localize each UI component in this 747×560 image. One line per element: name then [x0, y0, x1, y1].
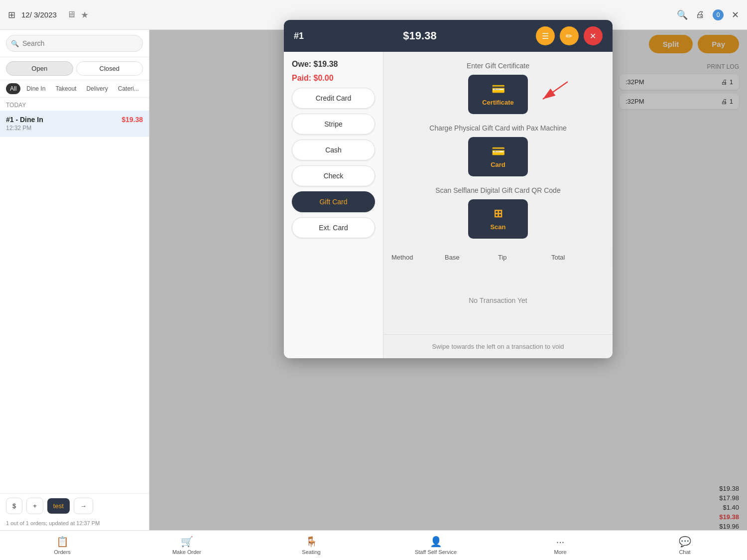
type-tabs: All Dine In Takeout Delivery Cateri...: [0, 80, 149, 98]
card-icon: 💳: [492, 145, 505, 158]
star-icon[interactable]: ★: [81, 9, 89, 20]
order-item[interactable]: #1 - Dine In $19.38 12:32 PM: [0, 111, 149, 137]
scan-btn[interactable]: ⊞ Scan: [468, 199, 528, 239]
sidebar-bottom: $ + test → 1 out of 1 orders; updated at…: [0, 493, 149, 530]
certificate-label: Enter Gift Certificate: [467, 62, 529, 70]
more-label: More: [554, 549, 566, 555]
card-btn-label: Card: [491, 161, 505, 168]
card-section: Charge Physical Gift Card with Pax Machi…: [393, 124, 603, 176]
table-header: Method Base Tip Total: [383, 249, 613, 267]
today-label: Today: [0, 98, 149, 111]
card-label: Charge Physical Gift Card with Pax Machi…: [429, 124, 566, 132]
bottom-nav: 📋 Orders 🛒 Make Order 🪑 Seating 👤 Staff …: [0, 530, 747, 560]
arrow-btn[interactable]: →: [74, 498, 93, 514]
method-stripe[interactable]: Stripe: [292, 114, 375, 135]
payment-content-area: Enter Gift Certificate 💳 Certificate: [383, 52, 613, 358]
monitor-icon[interactable]: 🖥: [67, 9, 76, 20]
certificate-btn-label: Certificate: [482, 99, 514, 106]
svg-line-1: [543, 82, 568, 99]
method-credit-card[interactable]: Credit Card: [292, 88, 375, 109]
modal-header: #1 $19.38 ☰ ✏ ✕: [284, 20, 613, 52]
order-item-name: #1 - Dine In: [6, 116, 43, 124]
sidebar-info: 1 out of 1 orders; updated at 12:37 PM: [0, 518, 149, 530]
nav-orders[interactable]: 📋 Orders: [0, 536, 124, 555]
chat-label: Chat: [679, 549, 690, 555]
orders-label: Orders: [54, 549, 71, 555]
nav-seating[interactable]: 🪑 Seating: [249, 536, 374, 555]
order-item-time: 12:32 PM: [6, 125, 143, 132]
certificate-btn[interactable]: 💳 Certificate: [468, 75, 528, 114]
gift-sections: Enter Gift Certificate 💳 Certificate: [383, 52, 613, 249]
owe-label: Owe: $19.38: [292, 60, 375, 69]
type-tab-all[interactable]: All: [6, 83, 20, 94]
printer-icon[interactable]: 🖨: [696, 9, 705, 20]
top-bar-left: ⊞ 12/ 3/2023 🖥 ★: [8, 9, 89, 20]
paid-label: Paid: $0.00: [292, 74, 375, 83]
cart-count: 0: [713, 9, 724, 20]
scan-btn-label: Scan: [490, 223, 505, 231]
close-icon[interactable]: ✕: [732, 9, 739, 20]
make-order-label: Make Order: [172, 549, 201, 555]
sidebar-bottom-row: $ + test →: [0, 494, 149, 518]
search-icon-inner: 🔍: [11, 40, 19, 47]
transaction-table: Method Base Tip Total No Transaction Yet…: [383, 249, 613, 358]
order-item-top: #1 - Dine In $19.38: [6, 116, 143, 124]
filter-tab-open[interactable]: Open: [6, 61, 73, 76]
search-icon[interactable]: 🔍: [677, 9, 688, 20]
modal-header-icons: ☰ ✏ ✕: [536, 26, 603, 45]
type-tab-dinein[interactable]: Dine In: [22, 83, 49, 94]
modal-edit-btn[interactable]: ✏: [560, 26, 579, 45]
test-btn[interactable]: test: [47, 498, 70, 514]
sidebar: 🔍 Open Closed All Dine In Takeout Delive…: [0, 30, 149, 530]
top-bar-date: 12/ 3/2023: [21, 10, 57, 19]
payment-methods-panel: Owe: $19.38 Paid: $0.00 Credit Card Stri…: [284, 52, 383, 358]
no-transaction-text: No Transaction Yet: [383, 267, 613, 334]
method-cash[interactable]: Cash: [292, 140, 375, 160]
cart-badge[interactable]: 0: [713, 9, 724, 20]
chat-icon: 💬: [679, 536, 691, 548]
modal-order-id: #1: [294, 31, 304, 41]
make-order-icon: 🛒: [181, 536, 193, 548]
top-bar-right: 🔍 🖨 0 ✕: [677, 9, 739, 20]
col-base: Base: [445, 254, 498, 261]
col-method: Method: [391, 254, 445, 261]
scan-icon: ⊞: [494, 207, 502, 220]
modal-body: Owe: $19.38 Paid: $0.00 Credit Card Stri…: [284, 52, 613, 358]
type-tab-takeout[interactable]: Takeout: [51, 83, 80, 94]
search-bar-container: 🔍: [0, 30, 149, 57]
filter-tabs: Open Closed: [0, 57, 149, 80]
method-check[interactable]: Check: [292, 165, 375, 186]
more-icon: ···: [556, 536, 565, 548]
arrow-annotation: [533, 77, 573, 107]
seating-label: Seating: [302, 549, 320, 555]
filter-tab-closed[interactable]: Closed: [76, 61, 143, 76]
top-bar-extra-icons: 🖥 ★: [67, 9, 89, 20]
modal-close-btn[interactable]: ✕: [584, 26, 603, 45]
nav-make-order[interactable]: 🛒 Make Order: [124, 536, 249, 555]
scan-section: Scan Selflane Digital Gift Card QR Code …: [393, 186, 603, 239]
col-total: Total: [551, 254, 605, 261]
menu-icon[interactable]: ⊞: [8, 9, 15, 20]
certificate-icon: 💳: [492, 83, 505, 96]
nav-more[interactable]: ··· More: [498, 536, 622, 555]
nav-staff-self-service[interactable]: 👤 Staff Self Service: [374, 536, 498, 555]
seating-icon: 🪑: [305, 536, 318, 548]
swipe-hint: Swipe towards the left on a transaction …: [383, 334, 613, 358]
search-input[interactable]: [6, 35, 143, 52]
method-gift-card[interactable]: Gift Card: [292, 191, 375, 212]
type-tab-delivery[interactable]: Delivery: [82, 83, 112, 94]
type-tab-catering[interactable]: Cateri...: [114, 83, 143, 94]
orders-icon: 📋: [56, 536, 69, 548]
card-btn[interactable]: 💳 Card: [468, 137, 528, 176]
payment-modal: #1 $19.38 ☰ ✏ ✕ Owe: $19.38 Paid: $0.00 …: [284, 20, 613, 358]
method-ext-card[interactable]: Ext. Card: [292, 217, 375, 238]
certificate-section: Enter Gift Certificate 💳 Certificate: [393, 62, 603, 114]
modal-total: $19.38: [403, 29, 436, 42]
staff-label: Staff Self Service: [415, 549, 457, 555]
plus-btn[interactable]: +: [26, 498, 43, 514]
order-item-amount: $19.38: [122, 116, 143, 124]
col-tip: Tip: [498, 254, 551, 261]
modal-menu-btn[interactable]: ☰: [536, 26, 555, 45]
nav-chat[interactable]: 💬 Chat: [622, 536, 747, 555]
dollar-btn[interactable]: $: [6, 498, 22, 514]
